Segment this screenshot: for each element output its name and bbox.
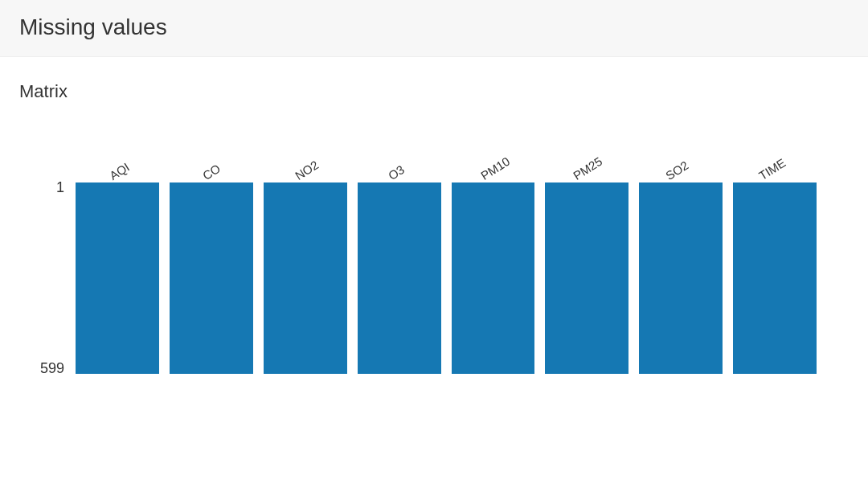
chart-wrapper: AQI CO NO2 O3 PM10 PM25 SO2 TIME 1 599 [76, 142, 817, 374]
bar-pm25 [545, 182, 628, 374]
y-axis-top-label: 1 [56, 179, 64, 196]
bar-aqi [76, 182, 159, 374]
column-label: O3 [386, 162, 407, 182]
header-section: Missing values [0, 0, 868, 57]
column-labels-row: AQI CO NO2 O3 PM10 PM25 SO2 TIME [76, 142, 817, 182]
bar-o3 [358, 182, 441, 374]
page-title: Missing values [19, 14, 849, 40]
column-label: CO [200, 162, 223, 182]
column-label: PM10 [478, 154, 512, 182]
column-label: PM25 [571, 154, 604, 182]
chart-subtitle: Matrix [19, 81, 849, 102]
column-label: NO2 [293, 158, 321, 182]
bar-no2 [264, 182, 347, 374]
column-label: TIME [756, 156, 788, 182]
bar-time [733, 182, 817, 374]
y-axis-bottom-label: 599 [40, 360, 64, 377]
bars-row: 1 599 [76, 182, 817, 374]
bar-co [170, 182, 253, 374]
bar-so2 [639, 182, 723, 374]
column-label: SO2 [663, 158, 690, 182]
column-label: AQI [107, 160, 132, 182]
content-section: Matrix AQI CO NO2 O3 PM10 PM25 SO2 TIME … [0, 57, 868, 374]
bar-pm10 [452, 182, 535, 374]
